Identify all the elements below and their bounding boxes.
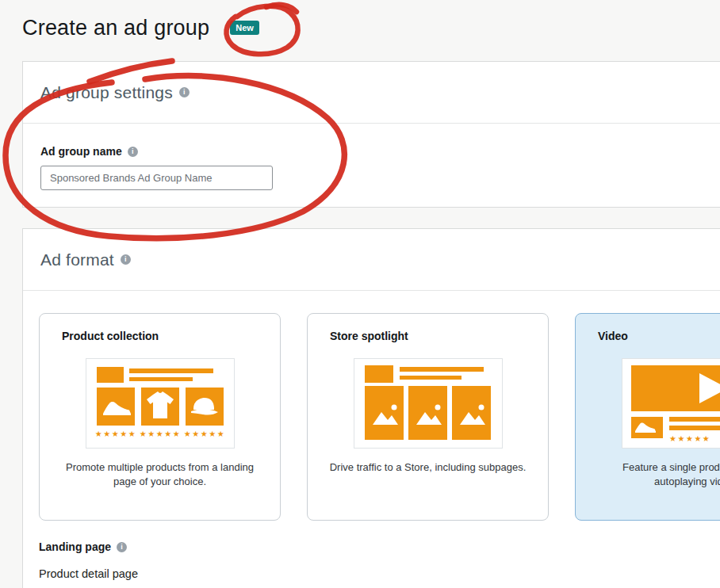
ad-format-header: Ad format i xyxy=(23,229,720,291)
landing-page-label: Landing page xyxy=(39,540,111,553)
ad-format-card-product-collection[interactable]: Product collection xyxy=(39,313,281,521)
card-title: Video xyxy=(598,330,720,342)
store-spotlight-graphic xyxy=(360,363,496,444)
video-graphic: ★★★★★ xyxy=(628,363,720,444)
ad-group-settings-panel: Ad group settings i Ad group name i xyxy=(22,61,720,208)
ad-format-cards: Product collection xyxy=(39,313,720,521)
video-illustration: ★★★★★ xyxy=(622,358,720,449)
landing-page-section: Landing page i Product detail page xyxy=(39,540,720,580)
store-spotlight-illustration xyxy=(354,358,503,449)
ad-format-panel: Ad format i Product collection xyxy=(22,228,720,588)
rating-stars: ★★★★★ xyxy=(139,430,180,438)
card-title: Store spotlight xyxy=(330,330,538,342)
info-icon[interactable]: i xyxy=(117,542,127,552)
ad-format-body: Product collection xyxy=(23,291,720,580)
ad-group-settings-title: Ad group settings xyxy=(40,83,173,102)
product-collection-graphic: ★★★★★ ★★★★★ ★★★★★ xyxy=(92,363,228,444)
ad-format-card-store-spotlight[interactable]: Store spotlight xyxy=(307,313,549,521)
ad-format-card-video[interactable]: Video ★★★★★ Feature a s xyxy=(575,313,720,521)
card-title: Product collection xyxy=(62,330,270,342)
new-badge: New xyxy=(230,21,259,35)
rating-stars: ★★★★★ xyxy=(669,434,710,443)
ad-group-name-input[interactable] xyxy=(40,166,273,190)
info-icon[interactable]: i xyxy=(179,87,190,97)
rating-stars: ★★★★★ xyxy=(183,430,224,438)
page-title: Create an ad group xyxy=(22,16,209,40)
product-collection-illustration: ★★★★★ ★★★★★ ★★★★★ xyxy=(86,358,235,449)
card-description: Promote multiple products from a landing… xyxy=(49,460,270,490)
ad-group-name-label-row: Ad group name i xyxy=(40,145,710,158)
landing-page-value: Product detail page xyxy=(39,567,720,580)
rating-stars: ★★★★★ xyxy=(94,430,136,438)
card-description-line: Drive traffic to a Store, including subp… xyxy=(317,460,538,475)
card-description: Drive traffic to a Store, including subp… xyxy=(317,460,538,475)
info-icon[interactable]: i xyxy=(121,254,131,265)
ad-group-settings-header: Ad group settings i xyxy=(23,62,720,124)
ad-format-title: Ad format xyxy=(40,250,114,269)
card-description-line: autoplaying video. xyxy=(585,475,720,489)
card-description-line: Feature a single product with an xyxy=(585,460,720,475)
page-header: Create an ad group New xyxy=(22,11,259,44)
info-icon[interactable]: i xyxy=(128,147,138,157)
ad-group-settings-body: Ad group name i xyxy=(23,124,720,190)
ad-group-name-label: Ad group name xyxy=(40,145,122,158)
card-description: Feature a single product with an autopla… xyxy=(585,460,720,490)
card-description-line: page of your choice. xyxy=(49,475,270,489)
landing-page-label-row: Landing page i xyxy=(39,540,720,553)
card-description-line: Promote multiple products from a landing xyxy=(49,460,270,475)
